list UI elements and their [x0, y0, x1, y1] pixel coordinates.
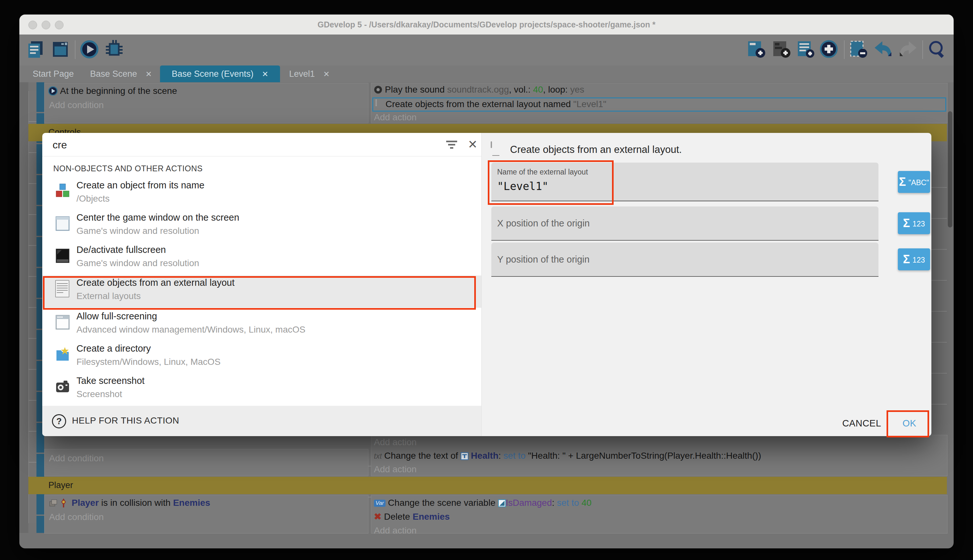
- item-subtitle: Game's window and resolution: [77, 258, 199, 268]
- annotation-box-ok: [886, 410, 929, 437]
- action-cell[interactable]: Var Change the scene variable IsDamaged:…: [371, 495, 948, 533]
- button-label: "ABC": [908, 178, 929, 187]
- expression-builder-y-button[interactable]: Σ123: [898, 248, 930, 270]
- action-text[interactable]: Play the sound soundtrack.ogg, vol.: 40,…: [385, 85, 584, 95]
- filter-icon[interactable]: [446, 140, 460, 150]
- tab-close-icon[interactable]: ✕: [323, 70, 330, 78]
- folder-icon: [55, 346, 70, 363]
- condition-text[interactable]: Player is in collision with Enemies: [72, 498, 210, 508]
- undo-icon[interactable]: [873, 39, 892, 60]
- help-icon: ?: [52, 414, 66, 428]
- action-text[interactable]: txt Change the text of Health: set to "H…: [374, 451, 761, 461]
- play-preview-icon[interactable]: [80, 39, 99, 60]
- external-layout-icon: [491, 141, 492, 148]
- action-text[interactable]: Var Change the scene variable IsDamaged:…: [374, 498, 591, 508]
- cancel-button[interactable]: CANCEL: [839, 416, 884, 430]
- action-cell[interactable]: Play the sound soundtrack.ogg, vol.: 40,…: [371, 83, 948, 123]
- add-action-link[interactable]: Add action: [374, 525, 417, 536]
- sigma-icon: Σ: [899, 175, 906, 188]
- selected-action-row[interactable]: Create objects from the external layout …: [372, 97, 946, 112]
- scrollbar-thumb[interactable]: [948, 111, 952, 227]
- toolbar-separator: [75, 40, 75, 59]
- item-subtitle: Game's window and resolution: [77, 226, 199, 236]
- item-subtitle: Advanced window management/Windows, Linu…: [77, 325, 305, 335]
- toolbar-separator: [922, 40, 923, 59]
- help-link[interactable]: HELP FOR THIS ACTION: [72, 415, 179, 426]
- group-player[interactable]: Player: [28, 477, 947, 494]
- button-label: 123: [913, 256, 925, 264]
- list-item-fullscreen[interactable]: De/activate fullscreen Game's window and…: [42, 243, 482, 275]
- tab-label: Start Page: [33, 69, 74, 79]
- add-action-link[interactable]: Add action: [374, 112, 417, 123]
- add-condition-link[interactable]: Add condition: [49, 453, 104, 463]
- add-subevent-icon[interactable]: [772, 39, 791, 60]
- list-item-allow-fullscreening[interactable]: Allow full-screening Advanced window man…: [42, 309, 482, 341]
- play-sound-icon: [374, 85, 382, 94]
- titlebar: GDevelop 5 - /Users/dkarakay/Documents/G…: [19, 15, 954, 35]
- text-object-icon: [461, 452, 468, 460]
- collision-icon: [59, 498, 68, 507]
- scene-start-icon: [48, 87, 57, 95]
- close-icon[interactable]: ✕: [465, 137, 480, 152]
- action-text[interactable]: Create objects from the external layout …: [385, 99, 606, 109]
- sigma-icon: Σ: [903, 253, 910, 266]
- search-icon[interactable]: [928, 39, 947, 60]
- debug-icon[interactable]: [105, 39, 124, 60]
- condition-cell[interactable]: Player is in collision with Enemies Add …: [44, 495, 368, 533]
- y-position-field[interactable]: Y position of the origin: [491, 243, 878, 277]
- objects-cubes-icon: [55, 183, 70, 199]
- action-text[interactable]: ✖ Delete Enemies: [374, 511, 450, 522]
- main-toolbar: [19, 35, 954, 65]
- item-title: Center the game window on the screen: [77, 212, 239, 223]
- tab-base-scene-events[interactable]: Base Scene (Events)✕: [160, 65, 280, 82]
- add-action-link[interactable]: Add action: [374, 464, 417, 475]
- list-item-create-object[interactable]: Create an object from its name /Objects: [42, 178, 482, 210]
- variable-badge-icon: Var: [374, 500, 385, 507]
- add-comment-icon[interactable]: [796, 39, 816, 60]
- condition-cell[interactable]: At the beginning of the scene Add condit…: [44, 83, 368, 123]
- project-manager-icon[interactable]: [26, 39, 45, 60]
- add-event-icon[interactable]: [747, 39, 766, 60]
- list-item-center-window[interactable]: Center the game window on the screen Gam…: [42, 210, 482, 243]
- search-input[interactable]: [52, 137, 434, 153]
- add-condition-link[interactable]: Add condition: [49, 100, 104, 110]
- tab-level1[interactable]: Level1✕: [282, 65, 337, 82]
- delete-event-icon[interactable]: [849, 39, 868, 60]
- toolbar-separator: [844, 40, 845, 59]
- add-action-link[interactable]: Add action: [374, 437, 417, 447]
- tab-start-page[interactable]: Start Page: [23, 65, 84, 82]
- item-title: Allow full-screening: [77, 311, 157, 322]
- field-placeholder: Y position of the origin: [497, 254, 590, 265]
- field-placeholder: X position of the origin: [497, 218, 590, 229]
- add-condition-link[interactable]: Add condition: [49, 512, 104, 522]
- condition-text[interactable]: At the beginning of the scene: [60, 86, 177, 96]
- delete-icon: ✖: [374, 512, 382, 522]
- action-cell[interactable]: Add action txt Change the text of Health…: [371, 435, 948, 476]
- tab-close-icon[interactable]: ✕: [145, 70, 152, 78]
- tab-label: Base Scene: [90, 69, 137, 79]
- editor-tabbar: Start Page Base Scene✕ Base Scene (Event…: [19, 65, 954, 82]
- condition-cell[interactable]: Add condition: [44, 449, 368, 476]
- tab-base-scene[interactable]: Base Scene✕: [84, 65, 158, 82]
- tab-label: Base Scene (Events): [172, 69, 253, 79]
- events-row-markers: [28, 91, 37, 523]
- events-left-margin: [19, 82, 28, 533]
- tab-close-icon[interactable]: ✕: [262, 70, 268, 78]
- expression-builder-abc-button[interactable]: Σ"ABC": [898, 171, 930, 193]
- text-tag-icon: txt: [374, 452, 382, 460]
- x-position-field[interactable]: X position of the origin: [491, 207, 878, 241]
- list-item-create-directory[interactable]: Create a directory Filesystem/Windows, L…: [42, 341, 482, 373]
- annotation-box-selected-action: [43, 276, 476, 310]
- expression-builder-x-button[interactable]: Σ123: [898, 212, 930, 234]
- item-subtitle: Filesystem/Windows, Linux, MacOS: [77, 357, 221, 367]
- item-title: Take screenshot: [77, 375, 145, 386]
- section-header: NON-OBJECTS AND OTHER ACTIONS: [53, 164, 203, 173]
- item-title: Create an object from its name: [77, 180, 205, 191]
- camera-icon: [55, 378, 70, 395]
- redo-icon[interactable]: [898, 39, 917, 60]
- list-item-take-screenshot[interactable]: Take screenshot Screenshot: [42, 373, 482, 406]
- window-icon: [55, 313, 70, 330]
- scene-editor-icon[interactable]: [51, 39, 70, 60]
- add-something-icon[interactable]: [820, 39, 839, 60]
- item-title: Create a directory: [77, 343, 151, 354]
